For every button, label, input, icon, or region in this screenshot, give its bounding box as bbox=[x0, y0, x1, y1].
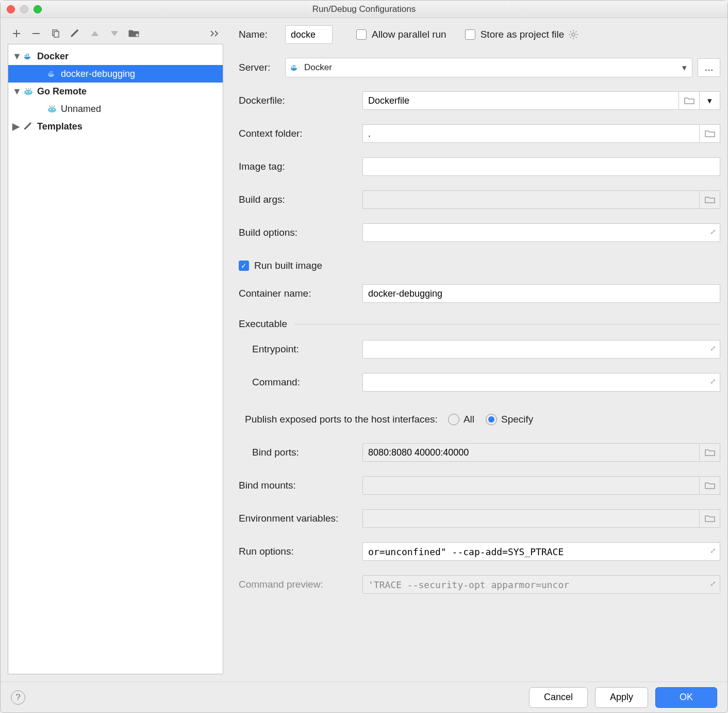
tree-node-docker-debugging[interactable]: docker-debugging bbox=[8, 65, 223, 83]
server-label: Server: bbox=[239, 62, 285, 73]
runopts-input[interactable] bbox=[362, 542, 720, 561]
tree-node-unnamed[interactable]: Unnamed bbox=[8, 100, 223, 118]
bindmounts-input[interactable] bbox=[362, 476, 700, 495]
allow-parallel-label: Allow parallel run bbox=[372, 29, 446, 40]
expand-icon[interactable]: ⤢ bbox=[710, 377, 716, 385]
svg-point-4 bbox=[29, 91, 31, 93]
go-remote-icon bbox=[23, 87, 34, 96]
command-input[interactable] bbox=[362, 373, 720, 392]
context-input[interactable] bbox=[362, 124, 700, 143]
apply-button[interactable]: Apply bbox=[595, 687, 648, 708]
publish-specify-radio[interactable] bbox=[486, 414, 497, 425]
expand-icon[interactable]: ⤢ bbox=[710, 344, 716, 352]
chevron-down-icon[interactable]: ▾ bbox=[700, 91, 720, 110]
svg-point-6 bbox=[50, 109, 52, 110]
bindmounts-label: Bind mounts: bbox=[239, 480, 362, 491]
folder-icon[interactable] bbox=[700, 190, 720, 209]
svg-point-5 bbox=[48, 107, 56, 112]
window-minimize-button[interactable] bbox=[20, 5, 28, 13]
cmdpreview-label: Command preview: bbox=[239, 579, 362, 590]
bindports-input[interactable] bbox=[362, 443, 700, 462]
tree-label: Go Remote bbox=[37, 86, 87, 97]
imgtag-input[interactable] bbox=[362, 157, 720, 176]
store-project-checkbox[interactable] bbox=[465, 29, 475, 40]
publish-all-label: All bbox=[464, 414, 474, 425]
executable-header: Executable bbox=[239, 318, 287, 330]
buildopts-input[interactable] bbox=[362, 223, 720, 242]
container-input[interactable] bbox=[362, 284, 720, 303]
cancel-button[interactable]: Cancel bbox=[529, 687, 588, 708]
add-config-button[interactable] bbox=[11, 28, 22, 39]
publish-specify-label: Specify bbox=[501, 414, 533, 425]
tree-label: docker-debugging bbox=[61, 69, 135, 79]
chevron-down-icon: ▾ bbox=[676, 62, 692, 73]
divider bbox=[294, 324, 720, 325]
copy-config-button[interactable] bbox=[50, 28, 61, 39]
tree-label: Unnamed bbox=[61, 104, 101, 115]
runopts-label: Run options: bbox=[239, 546, 362, 557]
expand-icon[interactable]: ⤢ bbox=[710, 579, 716, 588]
config-tree[interactable]: ▼ Docker docker-debugging ▼ bbox=[8, 44, 223, 674]
name-label: Name: bbox=[239, 29, 285, 40]
help-button[interactable]: ? bbox=[11, 690, 25, 705]
docker-icon bbox=[23, 52, 34, 61]
folder-new-button[interactable] bbox=[128, 28, 140, 39]
docker-icon bbox=[290, 63, 300, 72]
config-toolbar bbox=[8, 23, 223, 44]
imgtag-label: Image tag: bbox=[239, 161, 362, 172]
window-close-button[interactable] bbox=[7, 5, 15, 13]
allow-parallel-checkbox[interactable] bbox=[356, 29, 367, 40]
tree-node-docker[interactable]: ▼ Docker bbox=[8, 47, 223, 65]
ok-button[interactable]: OK bbox=[655, 687, 717, 708]
move-down-button[interactable] bbox=[109, 28, 120, 39]
envvars-input[interactable] bbox=[362, 509, 700, 528]
server-select[interactable]: Docker ▾ bbox=[285, 58, 692, 77]
name-input[interactable] bbox=[285, 25, 333, 44]
folder-icon[interactable] bbox=[700, 124, 720, 143]
buildopts-label: Build options: bbox=[239, 227, 362, 238]
publish-label: Publish exposed ports to the host interf… bbox=[239, 414, 438, 425]
bindports-label: Bind ports: bbox=[239, 447, 362, 458]
dockerfile-input[interactable] bbox=[362, 91, 679, 110]
svg-rect-1 bbox=[54, 31, 59, 37]
window-maximize-button[interactable] bbox=[34, 5, 42, 13]
toolbar-overflow-button[interactable] bbox=[209, 28, 220, 39]
svg-point-7 bbox=[53, 109, 55, 110]
move-up-button[interactable] bbox=[89, 28, 101, 39]
publish-all-radio[interactable] bbox=[448, 414, 459, 425]
context-label: Context folder: bbox=[239, 128, 362, 139]
run-built-checkbox[interactable]: ✓ bbox=[239, 261, 249, 271]
expand-icon[interactable]: ⤢ bbox=[710, 228, 716, 236]
folder-icon[interactable] bbox=[679, 91, 700, 110]
gear-icon[interactable] bbox=[568, 29, 578, 40]
docker-icon bbox=[46, 69, 58, 78]
run-built-label: Run built image bbox=[254, 260, 322, 271]
tree-node-templates[interactable]: ▶ Templates bbox=[8, 118, 223, 135]
buildargs-label: Build args: bbox=[239, 194, 362, 205]
svg-point-3 bbox=[26, 91, 28, 93]
store-project-label: Store as project file bbox=[481, 29, 565, 40]
titlebar: Run/Debug Configurations bbox=[1, 1, 727, 18]
command-label: Command: bbox=[239, 377, 362, 388]
svg-point-2 bbox=[24, 90, 32, 95]
envvars-label: Environment variables: bbox=[239, 513, 362, 524]
tree-label: Templates bbox=[37, 121, 82, 132]
edit-defaults-button[interactable] bbox=[70, 28, 81, 39]
folder-icon[interactable] bbox=[700, 443, 720, 462]
entrypoint-input[interactable] bbox=[362, 340, 720, 359]
entrypoint-label: Entrypoint: bbox=[239, 344, 362, 355]
go-remote-icon bbox=[46, 104, 58, 114]
window-title: Run/Debug Configurations bbox=[1, 4, 727, 14]
server-value: Docker bbox=[304, 62, 332, 73]
folder-icon[interactable] bbox=[700, 476, 720, 495]
wrench-icon bbox=[23, 122, 34, 131]
cmdpreview-input bbox=[362, 575, 720, 594]
expand-icon[interactable]: ⤢ bbox=[710, 546, 716, 555]
remove-config-button[interactable] bbox=[30, 28, 42, 39]
buildargs-input[interactable] bbox=[362, 190, 700, 209]
tree-label: Docker bbox=[37, 51, 69, 62]
dockerfile-label: Dockerfile: bbox=[239, 95, 362, 106]
server-browse-button[interactable]: … bbox=[698, 58, 720, 77]
folder-icon[interactable] bbox=[700, 509, 720, 528]
tree-node-go-remote[interactable]: ▼ Go Remote bbox=[8, 83, 223, 100]
